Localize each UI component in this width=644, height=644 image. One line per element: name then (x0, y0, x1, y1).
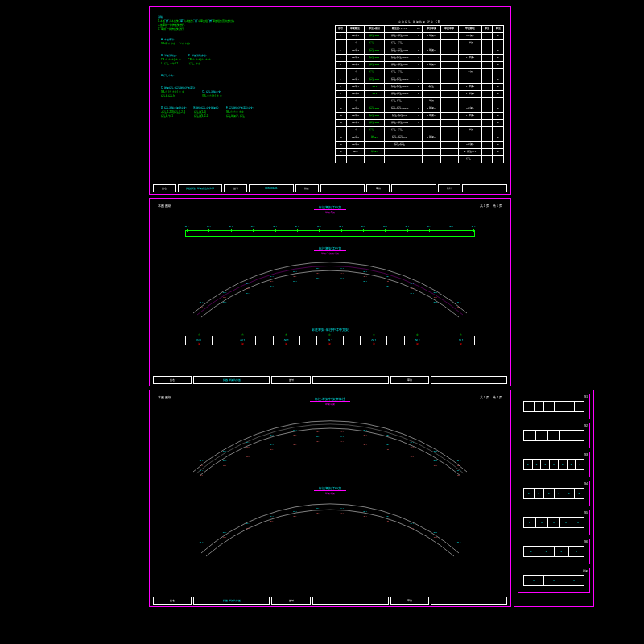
sheet-1: 说明: 1.本图"按"为本图集,"审"为本图集,"核"中审查组,"按"审图组负责… (149, 6, 511, 195)
arch-plan-1: Gl-4Gl-rGl-4Gl-4Gl-rGl-4Gl-4Gl-rGl-4Gl-4… (177, 257, 483, 321)
proj-label: 本图 图纸 (158, 204, 171, 208)
titlebar: 图名拱圈. 举架构件图 图号 审核 (153, 376, 507, 384)
arch-plan-3: Gl-4Gl-rGl-4Gl-rGl-4Gl-rGl-4Gl-rGl-4Gl-r… (177, 497, 483, 561)
titlebar: 图名拱圈. 举架构件图 图号 审核 (153, 597, 507, 605)
items-row: Gl-1①架Gl-1②架Gl-2③架Gl-1④架Gl-1⑤架Gl-2⑥架Gl-1… (177, 336, 483, 345)
page-label: 共 3 页 第 1 页 (480, 204, 502, 208)
sheet-4-thumbs: G1GGGGGGG2GGGGGG3GGGGGGGG4GGGGGGG5GGGGGG… (514, 390, 594, 607)
sheet-2: 本图 图纸 共 3 页 第 1 页 标注举架详中文举架:1:架 Gl-4Gl-4… (149, 198, 511, 386)
titlebar: 图名拱圈拱波, 举架定位构件库 图号08GS02-01 核定 审核 设计 (153, 184, 507, 192)
spec-table: 中架标注 举架构架 详中 CB 序号举架标注标注g索引标注架l × n × gL… (335, 20, 504, 163)
notes-block: 说明: 1.本图"按"为本图集,"审"为本图集,"核"中审查组,"按"审图组负责… (158, 15, 319, 120)
arch-plan-2: Gl-4Gl-rGl-4Gl-rGl-4Gl-rGl-4Gl-rGl-4Gl-r… (177, 407, 483, 480)
sheet-3: 本图 图纸 共 3 页 第 2 页 标注.举架中:架举标注举架中架 Gl-4Gl… (149, 390, 511, 607)
spec-table-grid: 序号举架标注标注g索引标注架l × n × gL t标注举架举架举标中架标注标注… (335, 25, 504, 163)
elevation-view: Gl-4Gl-4Gl-4Gl-4Gl-4Gl-4Gl-4Gl-4Gl-4Gl-4… (177, 216, 483, 240)
